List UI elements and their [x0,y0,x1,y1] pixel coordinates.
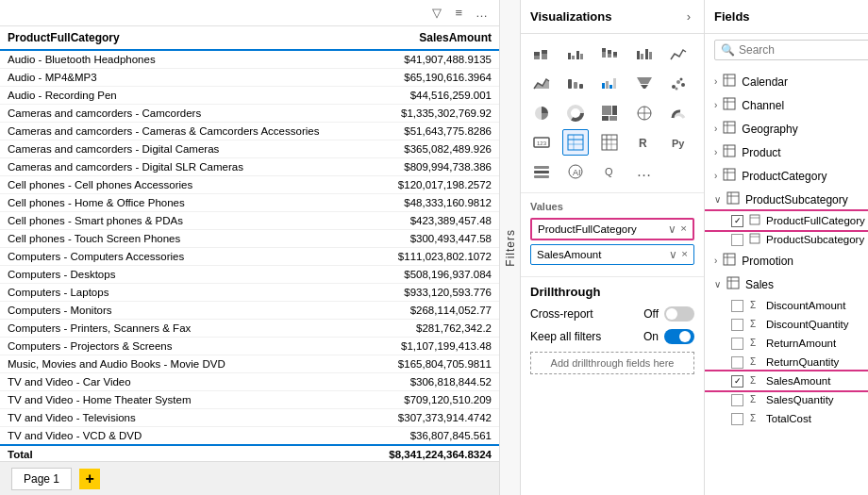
table-row[interactable]: Computers - Projectors & Screens$1,107,1… [0,338,499,355]
field-checkbox[interactable]: ✓ [731,375,743,388]
table-row[interactable]: Cell phones - Cell phones Accessories$12… [0,176,499,194]
field-group-header-channel[interactable]: ›Channel [705,93,868,117]
viz-map[interactable] [631,100,658,126]
page-tab[interactable]: Page 1 [11,468,72,490]
keep-filters-toggle[interactable]: On [643,329,694,344]
field-group-header-productsubcategory[interactable]: ∨ProductSubcategory [705,188,868,211]
fields-search-box[interactable]: 🔍 [714,40,868,60]
field-group-header-calendar[interactable]: ›Calendar [705,70,868,93]
field-group-header-sales[interactable]: ∨Sales [705,272,868,296]
field-item-discountamount[interactable]: ΣDiscountAmount [705,296,868,315]
field-checkbox[interactable] [731,394,743,406]
sigma-icon: Σ [749,299,760,312]
cross-report-toggle-switch[interactable] [664,306,694,322]
table-row[interactable]: Computers - Desktops$508,196,937.084 [0,266,499,284]
viz-ribbon[interactable] [562,71,589,97]
field-checkbox[interactable] [731,356,743,369]
field-chip-salesamount[interactable]: SalesAmount ∨ × [530,244,694,265]
keep-filters-toggle-switch[interactable] [664,329,694,344]
viz-area[interactable] [528,71,555,97]
viz-card[interactable]: 123 [528,129,555,156]
table-row[interactable]: Computers - Computers Accessories$111,02… [0,248,499,266]
viz-Python[interactable]: Py [665,129,692,156]
field-checkbox[interactable] [731,338,743,350]
table-row[interactable]: Audio - MP4&MP3$65,190,616.3964 [0,69,499,87]
table-row[interactable]: Cameras and camcorders - Digital Cameras… [0,140,499,158]
field-item-discountquantity[interactable]: ΣDiscountQuantity [705,315,868,334]
viz-funnel[interactable] [631,71,658,97]
viz-waterfall[interactable] [596,71,623,97]
viz-clustered-col[interactable] [631,41,658,68]
viz-more[interactable]: … [631,158,658,185]
cross-report-toggle[interactable]: Off [643,306,694,322]
table-row[interactable]: Cameras and camcorders - Digital SLR Cam… [0,158,499,176]
field-item-productsubcategory[interactable]: ProductSubcategory [705,230,868,249]
field-item-salesamount[interactable]: ✓ΣSalesAmount [705,371,868,390]
cell-sales: $268,114,052.77 [367,302,499,320]
viz-pie[interactable] [528,100,555,126]
search-input[interactable] [739,43,868,57]
viz-matrix[interactable] [596,129,623,156]
svg-rect-12 [613,56,617,58]
field-item-returnamount[interactable]: ΣReturnAmount [705,334,868,353]
viz-donut[interactable] [562,100,589,126]
table-row[interactable]: Computers - Laptops$933,120,593.776 [0,284,499,302]
table-scroll[interactable]: ProductFullCategory SalesAmount Audio - … [0,26,499,461]
close-small-icon2[interactable]: × [681,248,688,261]
viz-stacked-bar[interactable] [528,41,555,68]
viz-slicer[interactable] [528,158,555,185]
field-checkbox[interactable] [731,319,743,331]
options-icon[interactable]: … [472,4,492,22]
table-row[interactable]: Cell phones - Smart phones & PDAs$423,38… [0,212,499,230]
col-header-sales[interactable]: SalesAmount [367,26,499,50]
viz-R[interactable]: R [631,129,658,156]
field-group-header-promotion[interactable]: ›Promotion [705,249,868,272]
viz-table[interactable] [562,129,589,156]
chevron-down-icon[interactable]: ∨ [668,223,676,236]
viz-custom1[interactable]: AI [562,158,589,185]
table-row[interactable]: Computers - Printers, Scanners & Fax$281… [0,320,499,338]
field-checkbox[interactable]: ✓ [731,215,743,227]
table-row[interactable]: Computers - Monitors$268,114,052.77 [0,302,499,320]
field-item-totalcost[interactable]: ΣTotalCost [705,409,868,428]
field-item-salesquantity[interactable]: ΣSalesQuantity [705,390,868,409]
viz-expand-icon[interactable]: › [683,8,694,25]
fields-close-icon[interactable]: × [864,8,868,25]
table-row[interactable]: Cell phones - Touch Screen Phones$300,49… [0,230,499,248]
filter-icon[interactable]: ▽ [428,4,445,22]
svg-rect-58 [534,175,549,178]
table-row[interactable]: Cameras and camcorders - Camcorders$1,33… [0,105,499,123]
viz-qna[interactable]: Q [596,158,623,185]
col-header-category[interactable]: ProductFullCategory [0,26,367,50]
table-row[interactable]: TV and Video - VCD & DVD$36,807,845.561 [0,427,499,446]
field-checkbox[interactable] [731,234,743,246]
viz-treemap[interactable] [596,100,623,126]
filters-panel: Filters [500,0,521,495]
field-item-returnquantity[interactable]: ΣReturnQuantity [705,353,868,371]
table-row[interactable]: Cell phones - Home & Office Phones$48,33… [0,194,499,212]
table-row[interactable]: Audio - Recording Pen$44,516,259.001 [0,87,499,105]
field-group-header-productcategory[interactable]: ›ProductCategory [705,164,868,188]
field-group-header-geography[interactable]: ›Geography [705,117,868,140]
field-item-productfullcategory[interactable]: ✓ProductFullCategory [705,211,868,230]
add-page-button[interactable]: + [79,469,100,489]
field-checkbox[interactable] [731,300,743,312]
close-small-icon[interactable]: × [680,223,687,236]
table-row[interactable]: TV and Video - Televisions$307,373,914.4… [0,409,499,427]
table-row[interactable]: TV and Video - Home Theater System$709,1… [0,391,499,409]
table-row[interactable]: Music, Movies and Audio Books - Movie DV… [0,355,499,373]
menu-icon[interactable]: ≡ [451,4,466,22]
viz-stacked-col[interactable] [596,41,623,68]
viz-gauge[interactable] [665,100,692,126]
table-row[interactable]: TV and Video - Car Video$306,818,844.52 [0,373,499,391]
viz-line[interactable] [665,41,692,68]
table-row[interactable]: Audio - Bluetooth Headphones$41,907,488.… [0,50,499,69]
field-chip-productfullcategory[interactable]: ProductFullCategory ∨ × [530,218,694,240]
chevron-down-icon2[interactable]: ∨ [669,248,677,261]
field-checkbox[interactable] [731,413,743,425]
field-group-header-product[interactable]: ›Product [705,140,868,164]
viz-scatter[interactable] [665,71,692,97]
add-drillthrough-button[interactable]: Add drillthrough fields here [530,352,694,374]
table-row[interactable]: Cameras and camcorders - Cameras & Camco… [0,123,499,140]
viz-clustered-bar[interactable] [562,41,589,68]
